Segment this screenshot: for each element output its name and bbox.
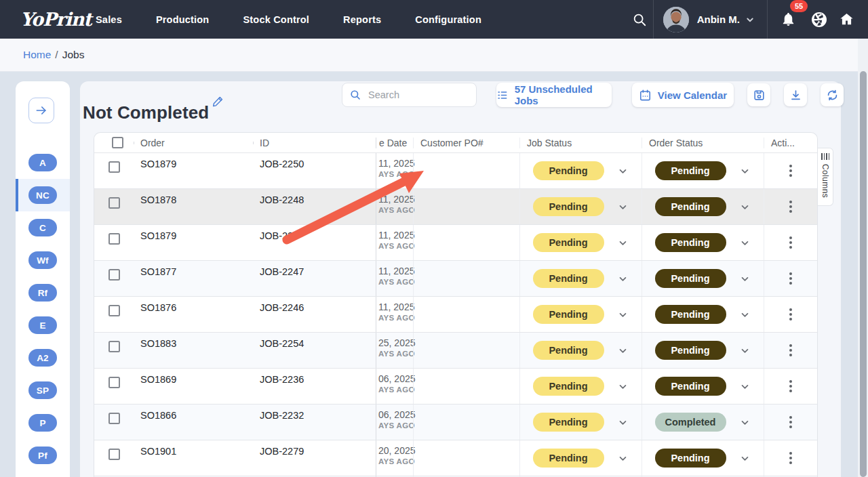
- chevron-down-icon[interactable]: [616, 344, 629, 357]
- aperture-icon[interactable]: [806, 6, 833, 33]
- table-row[interactable]: SO1879 JOB-2250 11, 2025 AYS AGO Pending…: [94, 153, 817, 189]
- order-status-pill[interactable]: Pending: [655, 197, 726, 216]
- chevron-down-icon[interactable]: [616, 308, 629, 321]
- search-icon[interactable]: [626, 6, 653, 33]
- nav-item-sales[interactable]: Sales: [96, 14, 122, 25]
- notifications-bell-icon[interactable]: 55: [774, 6, 802, 33]
- row-actions-kebab-icon[interactable]: [785, 196, 796, 217]
- row-checkbox[interactable]: [108, 269, 120, 281]
- table-row[interactable]: SO1866 JOB-2232 06, 2025 AYS AGO Pending…: [94, 405, 817, 440]
- row-checkbox[interactable]: [108, 341, 120, 352]
- row-actions-kebab-icon[interactable]: [785, 448, 796, 468]
- view-badge-label: E: [28, 316, 57, 334]
- order-status-pill[interactable]: Pending: [655, 269, 726, 288]
- chevron-down-icon[interactable]: [616, 380, 629, 393]
- table-row[interactable]: SO1878 JOB-2248 11, 2025 AYS AGO Pending…: [94, 189, 817, 225]
- row-actions-kebab-icon[interactable]: [785, 412, 796, 432]
- chevron-down-icon[interactable]: [738, 272, 751, 285]
- table-row[interactable]: SO1901 JOB-2279 20, 2025 AYS AGO Pending…: [94, 440, 817, 476]
- chevron-down-icon[interactable]: [738, 452, 751, 465]
- row-checkbox[interactable]: [108, 413, 120, 424]
- chevron-down-icon[interactable]: [616, 416, 629, 429]
- job-status-pill[interactable]: Pending: [533, 197, 604, 216]
- home-icon[interactable]: [833, 6, 860, 33]
- sidebar-view-pf[interactable]: Pf: [16, 439, 70, 472]
- job-status-pill[interactable]: Pending: [533, 269, 604, 288]
- row-actions-kebab-icon[interactable]: [785, 340, 796, 360]
- chevron-down-icon[interactable]: [616, 201, 629, 213]
- nav-item-configuration[interactable]: Configuration: [415, 14, 481, 25]
- sidebar-view-e[interactable]: E: [16, 309, 70, 341]
- job-status-pill[interactable]: Pending: [533, 161, 604, 180]
- order-status-pill[interactable]: Pending: [655, 341, 726, 360]
- row-actions-kebab-icon[interactable]: [785, 268, 796, 289]
- unscheduled-jobs-button[interactable]: 57 Unscheduled Jobs: [496, 83, 612, 107]
- user-menu-chevron-icon[interactable]: [744, 14, 756, 26]
- sidebar-view-a2[interactable]: A2: [16, 341, 70, 374]
- sidebar-view-nc[interactable]: NC: [16, 179, 70, 211]
- due-date-cell: 11, 2025 AYS AGO: [376, 189, 413, 224]
- order-status-pill[interactable]: Pending: [655, 449, 726, 468]
- refresh-button[interactable]: [821, 83, 844, 106]
- table-row[interactable]: SO1879 JOB-22 11, 2025 AYS AGO Pending P…: [94, 225, 817, 261]
- job-status-pill[interactable]: Pending: [533, 233, 604, 252]
- order-status-pill[interactable]: Pending: [655, 377, 726, 396]
- row-checkbox[interactable]: [108, 305, 120, 316]
- user-name[interactable]: Anbin M.: [697, 14, 740, 25]
- order-status-pill[interactable]: Pending: [655, 305, 726, 324]
- table-row[interactable]: SO1876 JOB-2246 11, 2025 AYS AGO Pending…: [94, 297, 817, 333]
- row-actions-kebab-icon[interactable]: [785, 232, 796, 253]
- chevron-down-icon[interactable]: [738, 380, 751, 393]
- chevron-down-icon[interactable]: [738, 308, 751, 321]
- chevron-down-icon[interactable]: [738, 344, 751, 357]
- table-row[interactable]: SO1869 JOB-2236 06, 2025 AYS AGO Pending…: [94, 369, 817, 405]
- sidebar-view-wf[interactable]: Wf: [16, 244, 70, 276]
- table-row[interactable]: SO1877 JOB-2247 11, 2025 AYS AGO Pending…: [94, 261, 817, 297]
- search-input[interactable]: [367, 89, 496, 101]
- chevron-down-icon[interactable]: [616, 236, 629, 249]
- row-checkbox[interactable]: [108, 449, 120, 460]
- view-calendar-button[interactable]: View Calendar: [632, 83, 734, 107]
- job-status-pill[interactable]: Pending: [533, 341, 604, 360]
- nav-item-reports[interactable]: Reports: [343, 14, 381, 25]
- chevron-down-icon[interactable]: [738, 201, 751, 213]
- breadcrumb-home-link[interactable]: Home: [23, 49, 51, 61]
- sidebar-view-c[interactable]: C: [16, 211, 70, 244]
- row-checkbox[interactable]: [108, 161, 120, 173]
- job-status-pill[interactable]: Pending: [533, 305, 604, 324]
- nav-item-stock-control[interactable]: Stock Control: [243, 14, 309, 25]
- yoprint-logo[interactable]: YoPrint: [20, 9, 85, 30]
- row-checkbox[interactable]: [108, 377, 120, 388]
- nav-item-production[interactable]: Production: [156, 14, 210, 25]
- sidebar-view-rf[interactable]: Rf: [16, 276, 70, 309]
- chevron-down-icon[interactable]: [738, 165, 751, 178]
- row-actions-kebab-icon[interactable]: [785, 161, 796, 181]
- job-status-pill[interactable]: Pending: [533, 377, 604, 396]
- order-status-pill[interactable]: Pending: [655, 233, 726, 252]
- row-checkbox[interactable]: [108, 197, 120, 209]
- chevron-down-icon[interactable]: [616, 165, 629, 178]
- order-status-pill[interactable]: Completed: [655, 413, 726, 432]
- select-all-checkbox[interactable]: [112, 137, 123, 148]
- columns-tab[interactable]: Columns: [818, 148, 833, 206]
- scrollbar-thumb[interactable]: [860, 71, 867, 477]
- row-actions-kebab-icon[interactable]: [785, 304, 796, 325]
- chevron-down-icon[interactable]: [616, 272, 629, 285]
- export-download-button[interactable]: [784, 83, 807, 106]
- sidebar-expand-button[interactable]: [28, 98, 54, 123]
- save-view-button[interactable]: [747, 83, 770, 106]
- job-status-pill[interactable]: Pending: [533, 449, 604, 468]
- job-status-pill[interactable]: Pending: [533, 413, 604, 432]
- sidebar-view-p[interactable]: P: [16, 407, 70, 439]
- sidebar-view-a[interactable]: A: [16, 146, 70, 179]
- chevron-down-icon[interactable]: [738, 416, 751, 429]
- order-status-pill[interactable]: Pending: [655, 161, 726, 180]
- row-checkbox[interactable]: [108, 233, 120, 245]
- edit-title-pencil-icon[interactable]: [212, 95, 224, 108]
- chevron-down-icon[interactable]: [616, 452, 629, 465]
- avatar[interactable]: [663, 7, 689, 33]
- sidebar-view-sp[interactable]: SP: [16, 374, 70, 407]
- row-actions-kebab-icon[interactable]: [785, 376, 796, 396]
- table-row[interactable]: SO1883 JOB-2254 25, 2025 AYS AGO Pending…: [94, 333, 817, 369]
- chevron-down-icon[interactable]: [738, 236, 751, 249]
